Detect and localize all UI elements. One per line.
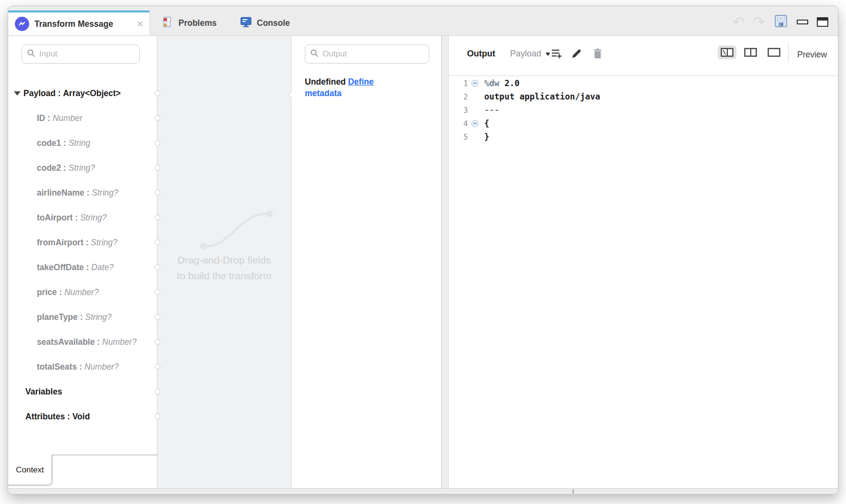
output-target-selector[interactable]: Payload xyxy=(510,49,550,59)
editor-tab-bar: Transform Message × Problems xyxy=(8,6,838,36)
panel-sash[interactable] xyxy=(441,36,449,488)
output-search-input[interactable] xyxy=(323,49,424,59)
tree-type: String? xyxy=(80,213,106,223)
tree-type: String? xyxy=(68,163,95,173)
tree-row-code1[interactable]: code1 : String xyxy=(8,131,157,155)
header-divider xyxy=(788,43,789,63)
editor-header: Output Payload xyxy=(449,36,838,76)
line-number: 3 xyxy=(449,106,468,115)
tree-row-planetype[interactable]: planeType : String? xyxy=(8,305,157,329)
drag-anchor[interactable] xyxy=(155,115,160,121)
search-icon xyxy=(27,49,35,59)
drag-anchor[interactable] xyxy=(155,339,160,345)
add-transform-icon[interactable] xyxy=(549,46,564,61)
two-column-view-icon[interactable] xyxy=(741,45,760,59)
drag-anchor[interactable] xyxy=(155,314,160,320)
input-panel: Payload : Array<Object> ID : Number code… xyxy=(8,36,157,488)
drag-anchor[interactable] xyxy=(155,364,160,370)
tree-type: Void xyxy=(72,412,90,422)
tab-console[interactable]: Console xyxy=(228,11,301,35)
single-column-view-icon[interactable] xyxy=(765,45,783,59)
tree-row-price[interactable]: price : Number? xyxy=(8,280,157,305)
mapping-canvas: Drag-and-Drop fields to build the transf… xyxy=(157,36,291,488)
drag-anchor[interactable] xyxy=(155,414,160,419)
input-search-box xyxy=(22,44,140,64)
tree-separator: : xyxy=(84,263,91,273)
tab-label: Problems xyxy=(178,18,217,28)
fold-collapse-icon[interactable] xyxy=(471,80,479,87)
tree-type: Date? xyxy=(91,263,114,273)
tree-label: airlineName xyxy=(37,188,84,198)
editor-output-title: Output xyxy=(467,49,495,59)
input-search-input[interactable] xyxy=(39,49,134,59)
tree-row-takeoffdate[interactable]: takeOffDate : Date? xyxy=(8,255,157,280)
minimize-icon[interactable] xyxy=(797,20,808,24)
fold-collapse-icon[interactable] xyxy=(471,120,479,127)
tree-row-airlinename[interactable]: airlineName : String? xyxy=(8,180,157,205)
hint-line: to build the transform xyxy=(157,268,291,284)
tree-type: String xyxy=(68,138,90,148)
collapse-triangle-icon[interactable] xyxy=(14,91,21,96)
code-line: 3 --- xyxy=(449,103,838,117)
save-icon[interactable] xyxy=(774,14,788,30)
hint-line: Drag-and-Drop fields xyxy=(157,252,291,268)
drag-drop-hint: Drag-and-Drop fields to build the transf… xyxy=(157,252,291,284)
drag-anchor[interactable] xyxy=(155,289,160,295)
preview-toggle[interactable]: Preview xyxy=(797,50,827,60)
edit-icon[interactable] xyxy=(569,46,584,61)
drag-drop-curve-illustration xyxy=(191,207,277,255)
tree-row-payload[interactable]: Payload : Array<Object> xyxy=(8,81,157,106)
drag-anchor[interactable] xyxy=(155,90,160,96)
tree-row-attributes[interactable]: Attributes : Void xyxy=(8,404,157,429)
redo-icon[interactable]: ↷ xyxy=(753,15,765,29)
output-panel: Undefined Define metadata xyxy=(291,36,441,488)
graphical-split-view-icon[interactable] xyxy=(718,45,736,59)
search-icon xyxy=(310,49,319,59)
tree-row-totalseats[interactable]: totalSeats : Number? xyxy=(8,354,157,379)
restore-icon[interactable] xyxy=(817,17,828,27)
dataweave-code-editor[interactable]: 1 %dw 2.0 2 output application/java 3 --… xyxy=(449,76,838,488)
output-metadata: Undefined Define metadata xyxy=(305,76,391,99)
code-line: 5 } xyxy=(449,130,838,143)
problems-icon xyxy=(161,16,174,31)
tree-separator: : xyxy=(95,337,102,347)
tree-row-seatsavailable[interactable]: seatsAvailable : Number? xyxy=(8,329,157,354)
undo-icon[interactable]: ↶ xyxy=(733,15,745,29)
drag-anchor[interactable] xyxy=(155,389,160,394)
view-toggle-group xyxy=(718,45,783,59)
code-token: output application/java xyxy=(484,92,600,101)
drag-anchor[interactable] xyxy=(155,215,160,220)
delete-icon[interactable] xyxy=(590,46,605,61)
tab-problems[interactable]: Problems xyxy=(150,11,228,35)
code-line: 1 %dw 2.0 xyxy=(449,77,838,90)
define-metadata-link[interactable]: metadata xyxy=(305,88,342,98)
code-token: --- xyxy=(484,105,500,115)
tree-label: code2 xyxy=(37,163,61,173)
tree-separator: : xyxy=(84,188,92,198)
code-line: 4 { xyxy=(449,117,838,130)
tab-label: Console xyxy=(257,18,290,28)
drag-anchor[interactable] xyxy=(155,165,160,171)
drag-anchor[interactable] xyxy=(155,140,160,146)
tree-row-code2[interactable]: code2 : String? xyxy=(8,155,157,180)
sash-handle[interactable] xyxy=(573,489,574,493)
tree-row-toairport[interactable]: toAirport : String? xyxy=(8,205,157,230)
tree-row-fromairport[interactable]: fromAirport : String? xyxy=(8,230,157,255)
tree-separator: : xyxy=(73,213,80,223)
define-metadata-link[interactable]: Define xyxy=(348,77,373,87)
line-number: 2 xyxy=(449,92,468,101)
tree-row-id[interactable]: ID : Number xyxy=(8,106,157,131)
tree-label: fromAirport xyxy=(37,238,83,248)
drag-anchor[interactable] xyxy=(155,240,160,245)
tree-row-variables[interactable]: Variables xyxy=(8,379,157,404)
tree-type: String? xyxy=(85,312,111,322)
tree-type: String? xyxy=(91,238,117,248)
tree-separator: : xyxy=(57,287,65,297)
tab-context[interactable]: Context xyxy=(8,455,52,485)
metadata-status: Undefined xyxy=(305,77,346,87)
close-icon[interactable]: × xyxy=(137,18,144,30)
tree-type: Number xyxy=(53,113,82,123)
tree-separator: : xyxy=(77,362,85,372)
drag-anchor[interactable] xyxy=(155,190,160,196)
tab-transform-message[interactable]: Transform Message × xyxy=(8,11,150,35)
